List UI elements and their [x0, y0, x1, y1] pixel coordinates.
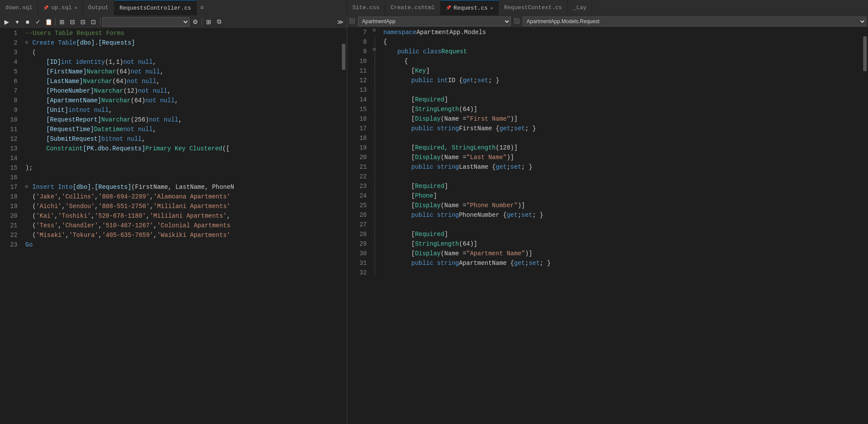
rcode-line-16: [ Display (Name = "First Name" )]	[383, 114, 862, 124]
code-line-20: ( 'Kai' , 'Toshiki' , '520-678-1180' , '…	[25, 211, 341, 221]
right-dropdown-bar: ⬛ ApartmentApp ⬛ ApartmentApp.Models.Req…	[347, 15, 868, 28]
tab-site-css[interactable]: Site.css	[347, 0, 385, 15]
rcode-line-26: public string PhoneNumber { get ; set ; …	[383, 210, 862, 220]
tab-requests-controller[interactable]: RequestsController.cs	[114, 0, 197, 15]
rcode-line-19: [ Required, StringLength (128)]	[383, 143, 862, 153]
code-line-9: [Unit] int not null ,	[25, 105, 341, 115]
collapse-namespace[interactable]: ⊟	[373, 28, 375, 37]
rcode-line-30: [ Display (Name = "Apartment Name" )]	[383, 249, 862, 258]
sep3	[202, 18, 202, 26]
class-line	[375, 56, 375, 275]
code-line-5: [FirstName] Nvarchar (64) not null ,	[25, 67, 341, 76]
code-line-21: ( 'Tess' , 'Chandler' , '510-467-1267' ,…	[25, 221, 341, 230]
tab-requestcontext-cs[interactable]: RequestContext.cs	[499, 0, 568, 15]
code-line-3: (	[25, 48, 341, 57]
overflow-btn[interactable]: ≫	[335, 17, 345, 27]
rcode-line-28: [ Required ]	[383, 229, 862, 239]
code-line-1: --Users Table Request Forms	[25, 28, 341, 38]
rcode-line-23: [ Required ]	[383, 181, 862, 191]
code-line-19: ( 'Aichi' , 'Sendou' , '808-551-2750' , …	[25, 202, 341, 211]
layout2-button[interactable]: ⊟	[78, 17, 88, 27]
tab-output[interactable]: Output	[83, 0, 114, 15]
tab-lay[interactable]: _Lay	[568, 0, 592, 15]
right-scrollbar-thumb[interactable]	[863, 36, 867, 71]
code-line-23: Go	[25, 240, 341, 250]
tab-down-sql[interactable]: down.sql	[0, 0, 38, 15]
pin-icon-right: 📌	[446, 5, 451, 10]
right-code-content[interactable]: namespace ApartmentApp.Models { public c…	[380, 28, 862, 424]
rcode-line-20: [ Display (Name = "Last Name" )]	[383, 153, 862, 162]
stop-button[interactable]: ■	[23, 17, 32, 27]
sep2	[100, 18, 100, 26]
rcode-line-11: [ Key ]	[383, 66, 862, 76]
tab-up-sql[interactable]: 📌 up.sql ✕	[38, 0, 83, 15]
tab-request-cs[interactable]: 📌 Request.cs ✕	[441, 0, 499, 15]
db-dropdown[interactable]	[102, 17, 189, 27]
rcode-line-29: [ StringLength (64)]	[383, 239, 862, 249]
left-code-area: 1 2 3 4 5 6 7 8 9 10 11 12 13 14 15 16 1	[0, 28, 347, 424]
code-line-4: [ID] int identity (1,1) not null ,	[25, 57, 341, 67]
code-line-2: ⊟ Create Table [dbo] . [Requests]	[25, 38, 341, 48]
member-icon: ⬛	[513, 18, 520, 24]
rcode-line-13	[383, 85, 862, 95]
code-line-16	[25, 173, 341, 182]
grid-button[interactable]: ⊞	[204, 17, 214, 27]
pin-icon: 📌	[43, 5, 48, 10]
code-line-14	[25, 153, 341, 163]
code-line-6: [LastName] Nvarchar (64) not null ,	[25, 76, 341, 86]
close-request-cs[interactable]: ✕	[490, 5, 493, 11]
apartment-icon: ⬛	[349, 18, 355, 24]
rcode-line-21: public string LastName { get ; set ; }	[383, 162, 862, 172]
right-scrollbar[interactable]	[862, 28, 868, 424]
layout-button[interactable]: ⊟	[68, 17, 77, 27]
left-code-content[interactable]: --Users Table Request Forms ⊟ Create Tab…	[22, 28, 341, 424]
rcode-line-10: {	[383, 56, 862, 66]
rcode-line-14: [ Required ]	[383, 95, 862, 104]
right-gutter: ⊟ ⊟	[371, 28, 380, 424]
code-line-18: ( 'Jake' , 'Collins' , '808-694-2289' , …	[25, 192, 341, 202]
code-line-11: [RequestTime] Datetime not null ,	[25, 125, 341, 134]
collapse-2[interactable]: ⊟	[25, 38, 32, 48]
rcode-line-7: namespace ApartmentApp.Models	[383, 28, 862, 37]
code-line-22: ( 'Misaki' , 'Tokura' , '405-635-7659' ,…	[25, 230, 341, 240]
rcode-line-27	[383, 220, 862, 229]
rcode-line-12: public int ID { get ; set ; }	[383, 76, 862, 85]
extra-button[interactable]: ⧉	[214, 17, 224, 27]
close-up-sql[interactable]: ✕	[74, 5, 77, 10]
rcode-line-31: public string ApartmentName { get ; set …	[383, 258, 862, 268]
rcode-line-15: [ StringLength (64)]	[383, 104, 862, 114]
rcode-line-25: [ Display (Name = "Phone Number" )]	[383, 201, 862, 210]
run-dropdown[interactable]: ▾	[12, 17, 22, 27]
rcode-line-17: public string FirstName { get ; set ; }	[383, 124, 862, 133]
tab-overflow-left[interactable]: ≡	[197, 4, 207, 11]
tab-create-cshtml[interactable]: Create.cshtml	[385, 0, 440, 15]
code-line-12: [SubmitRequest] bit not null ,	[25, 134, 341, 144]
collapse-class[interactable]: ⊟	[373, 47, 375, 56]
refresh-button[interactable]: ⚙	[190, 17, 200, 27]
results-button[interactable]: ⊞	[57, 17, 67, 27]
right-code-area: 7 8 9 10 11 12 13 14 15 16 17 18 19 20 2…	[347, 28, 868, 424]
rcode-line-32	[383, 268, 862, 278]
layout3-button[interactable]: ⊡	[89, 17, 98, 27]
run-button[interactable]: ▶	[2, 17, 11, 27]
code-line-10: [RequestReport] Nvarchar (256) not null …	[25, 115, 341, 125]
collapse-17[interactable]: ⊟	[25, 182, 32, 192]
left-line-numbers: 1 2 3 4 5 6 7 8 9 10 11 12 13 14 15 16 1	[0, 28, 22, 424]
rcode-line-9: public class Request	[383, 47, 862, 56]
member-dropdown[interactable]: ApartmentApp.Models.Request	[523, 17, 866, 26]
code-line-7: [PhoneNumber] Nvarchar (12) not null ,	[25, 86, 341, 96]
right-line-numbers: 7 8 9 10 11 12 13 14 15 16 17 18 19 20 2…	[347, 28, 371, 424]
execute-button[interactable]: 📋	[44, 17, 53, 27]
rcode-line-24: [ Phone ]	[383, 191, 862, 201]
code-line-17: ⊟ Insert Into [dbo] . [Requests] (FirstN…	[25, 182, 341, 192]
code-line-15: );	[25, 163, 341, 173]
rcode-line-22	[383, 172, 862, 181]
rcode-line-18	[383, 133, 862, 143]
left-toolbar: ▶ ▾ ■ ✓ 📋 ⊞ ⊟ ⊟ ⊡ ⚙ ⊞ ⧉ ≫	[0, 15, 347, 28]
namespace-dropdown[interactable]: ApartmentApp	[358, 17, 511, 26]
code-line-8: [ApartmentName] Nvarchar (64) not null ,	[25, 96, 341, 105]
left-scrollbar-thumb[interactable]	[342, 44, 345, 70]
check-button[interactable]: ✓	[33, 17, 43, 27]
left-scrollbar[interactable]	[341, 28, 347, 424]
sep1	[55, 18, 55, 26]
